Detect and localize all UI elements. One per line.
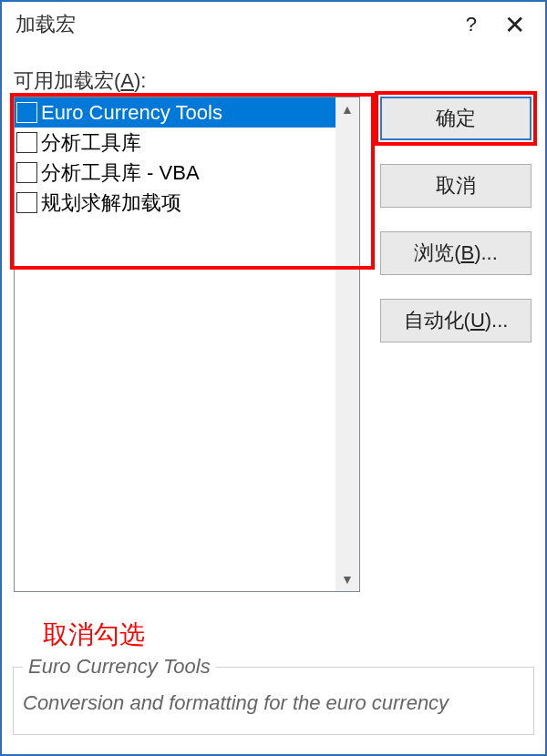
- addin-checkbox[interactable]: [16, 102, 37, 123]
- group-description: Conversion and formatting for the euro c…: [23, 688, 524, 718]
- close-icon[interactable]: ✕: [504, 10, 525, 40]
- list-item[interactable]: 规划求解加载项: [15, 188, 335, 218]
- list-item[interactable]: 分析工具库 - VBA: [15, 158, 335, 188]
- addin-checkbox[interactable]: [16, 162, 37, 183]
- addin-checkbox[interactable]: [16, 132, 37, 153]
- group-title: Euro Currency Tools: [23, 655, 216, 679]
- button-column: 确定 取消 浏览(B)... 自动化(U)...: [380, 97, 532, 342]
- automation-button[interactable]: 自动化(U)...: [380, 299, 532, 342]
- browse-accel: B: [460, 241, 474, 265]
- titlebar-icons: ? ✕: [466, 10, 536, 40]
- list-item[interactable]: 分析工具库: [15, 128, 335, 158]
- label-pre: 可用加载宏(: [14, 69, 120, 92]
- description-groupbox: Euro Currency Tools Conversion and forma…: [13, 667, 534, 735]
- cancel-button[interactable]: 取消: [380, 164, 532, 208]
- list-item[interactable]: Euro Currency Tools: [15, 97, 335, 128]
- addin-label: 分析工具库: [41, 129, 141, 157]
- addin-label: Euro Currency Tools: [41, 101, 222, 125]
- auto-pre: 自动化(: [404, 307, 470, 334]
- label-accel: A: [120, 69, 134, 92]
- addin-checkbox[interactable]: [16, 192, 37, 213]
- scroll-down-icon[interactable]: ▼: [335, 567, 359, 591]
- available-addins-label: 可用加载宏(A):: [14, 67, 534, 95]
- browse-suf: )...: [474, 241, 498, 265]
- addins-dialog: 加载宏 ? ✕ 可用加载宏(A): Euro Currency Tools: [0, 0, 547, 756]
- auto-suf: )...: [485, 309, 509, 332]
- help-icon[interactable]: ?: [466, 13, 477, 36]
- addins-listbox[interactable]: Euro Currency Tools 分析工具库 分析工具库 - VBA: [14, 97, 360, 592]
- scrollbar[interactable]: ▲ ▼: [335, 97, 359, 591]
- main-row: Euro Currency Tools 分析工具库 分析工具库 - VBA: [14, 97, 534, 652]
- ok-button[interactable]: 确定: [380, 97, 532, 140]
- listbox-wrap: Euro Currency Tools 分析工具库 分析工具库 - VBA: [14, 97, 360, 652]
- scroll-up-icon[interactable]: ▲: [335, 97, 359, 121]
- dialog-title: 加载宏: [11, 11, 466, 38]
- auto-accel: U: [470, 309, 485, 332]
- addin-label: 规划求解加载项: [41, 189, 181, 217]
- listbox-items: Euro Currency Tools 分析工具库 分析工具库 - VBA: [15, 97, 335, 591]
- titlebar: 加载宏 ? ✕: [2, 2, 545, 47]
- browse-button[interactable]: 浏览(B)...: [380, 231, 532, 275]
- label-suf: ):: [134, 69, 146, 92]
- dialog-body: 可用加载宏(A): Euro Currency Tools 分析工具库: [2, 47, 545, 658]
- annotation-uncheck: 取消勾选: [43, 618, 360, 652]
- addin-label: 分析工具库 - VBA: [41, 159, 200, 187]
- browse-pre: 浏览(: [414, 240, 460, 267]
